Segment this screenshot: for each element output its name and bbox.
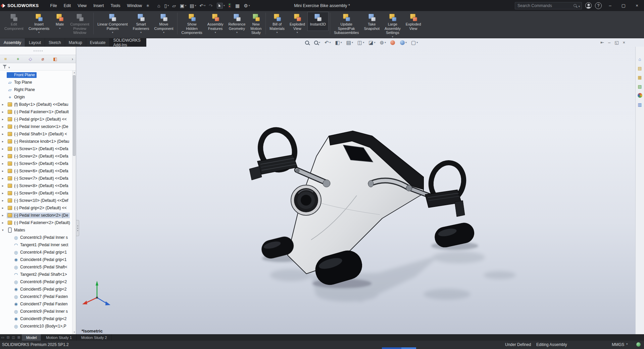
tree-item[interactable]: Coincident4 (Pedal grip<1 [0,256,76,263]
ribbon-separator[interactable] [93,13,94,34]
tree-item[interactable]: ▸ (-) Screw<6> (Default) <<Defa [0,167,76,175]
taskpane-home-icon[interactable]: ⌂ [637,56,643,62]
tree-expander-icon[interactable]: ▸ [2,155,7,158]
tree-item[interactable]: Concentric7 (Pedal Fasten [0,293,76,300]
assembly-features[interactable]: Assembly Features ▾ [205,12,226,35]
previous-view-icon[interactable]: ↶ ▾ [324,39,332,46]
tree-item[interactable]: ▸ (-) Pedal Inner section<1> (De [0,123,76,130]
tab-evaluate[interactable]: Evaluate [86,38,110,47]
scroll-down-icon[interactable]: ▾ [72,330,76,334]
tree-item[interactable]: Coincident9 (Pedal grip<2 [0,315,76,322]
home-icon[interactable]: ⌂ [156,3,162,9]
tab-sketch[interactable]: Sketch [45,38,65,47]
propertymanager-tab-icon[interactable]: + [15,56,21,62]
undo-icon[interactable]: ↶ ▾ [198,3,206,9]
minimize-document-icon[interactable]: – [608,40,610,45]
displaymanager-tab-icon[interactable]: ◧ [52,56,58,62]
new-document-icon[interactable]: ▯ ▾ [163,3,170,9]
tree-expander-icon[interactable]: ▸ [2,132,7,136]
scrollbar-thumb[interactable] [73,75,76,156]
dimxpertmanager-tab-icon[interactable]: ⌀ [40,56,46,62]
tree-expander-icon[interactable]: ▾ [2,228,7,232]
zoom-area-icon[interactable]: ▾ [313,40,321,45]
large-assembly-settings[interactable]: Large Assembly Settings ▾ [382,12,403,39]
ribbon-separator[interactable] [265,13,266,34]
restore-document-icon[interactable]: ◱ [614,40,618,45]
tree-item[interactable]: Concentric10 (Body<1>,P [0,322,76,330]
tree-item[interactable]: Concentric3 (Pedal Inner s [0,234,76,241]
search-dropdown-icon[interactable] [578,3,580,9]
tree-item[interactable]: Concentric4 (Pedal grip<1 [0,249,76,256]
tree-item[interactable]: ▸ (-) Screw<8> (Default) <<Defa [0,182,76,189]
viewport-split-horizontal-icon[interactable]: ⊟ [6,334,10,341]
tree-item[interactable]: Front Plane [0,71,76,79]
close-window-icon[interactable]: × [632,1,642,10]
scroll-up-icon[interactable]: ▴ [72,71,76,75]
user-account-icon[interactable] [585,2,592,9]
search-input[interactable] [517,3,572,8]
annotation-views-icon[interactable]: ▤ ▾ [346,39,354,46]
tree-item[interactable]: Coincident7 (Pedal Fasten [0,300,76,308]
update-speedpak-subassemblies[interactable]: Update SpeedPak Subassemblies [332,12,361,39]
tree-scrollbar[interactable]: ▴ ▾ [72,71,76,334]
custom-properties-icon[interactable]: ▥ [637,101,643,107]
tree-item[interactable]: ▸ (-) Screw<5> (Default) <<Defa [0,160,76,167]
tab-assembly[interactable]: Assembly [0,38,25,47]
tree-item[interactable]: ▸ (-) Resistance knob<1> (Defau [0,138,76,145]
dock-pane-icon[interactable]: ⇤ [600,40,604,45]
units-dropdown-icon[interactable]: ▾ [626,342,628,346]
resource-monitor-icon[interactable] [636,342,641,347]
view-orientation-icon[interactable]: ◫ ▾ [357,39,365,46]
tree-item[interactable]: ▸ (-) Pedal Shaft<1> (Default) < [0,130,76,138]
tree-item[interactable]: Top Plane [0,79,76,86]
menu-tools[interactable]: Tools [107,2,123,9]
tree-item[interactable]: Right Plane [0,86,76,93]
rebuild-icon[interactable] [227,2,233,9]
edit-component[interactable]: Edit Component [2,12,26,35]
tree-item[interactable]: ▸ (-) Pedal grip<2> (Default) << [0,204,76,212]
tree-expander-icon[interactable]: ▸ [2,147,7,150]
tree-item[interactable]: ▸ (-) Screw<1> (Default) <<Defa [0,145,76,152]
viewport-quad-icon[interactable]: ⊞ [16,334,21,341]
file-properties-icon[interactable]: ▦ [234,3,241,9]
tree-item[interactable]: ▸ (-) Screw<9> (Default) <<Defa [0,189,76,197]
3d-model-scene[interactable] [76,38,644,334]
display-style-icon[interactable]: ◪ ▾ [368,39,376,46]
tree-item[interactable]: ▸ (-) Pedal Fastener<1> (Default [0,108,76,116]
units-selector[interactable]: MMGS [612,342,624,347]
smart-fasteners[interactable]: Smart Fasteners ▾ [131,12,152,35]
help-icon[interactable]: ? [595,2,602,9]
viewport-single-icon[interactable]: ▭ [0,334,5,341]
menu-file[interactable]: File [47,2,60,9]
zoom-fit-icon[interactable] [304,40,310,45]
tree-expander-icon[interactable]: ▸ [2,118,7,121]
file-explorer-icon[interactable]: ▦ [637,74,643,80]
tree-item[interactable]: ▸ (-) Pedal Fastener<2> (Default) [0,219,76,226]
resistance-knob[interactable] [291,185,321,215]
open-document-icon[interactable]: ▱ [171,3,178,9]
tree-item[interactable]: ▾ Mates [0,226,76,234]
search-icon[interactable] [574,4,577,7]
filter-dropdown-icon[interactable] [8,64,10,70]
tree-item[interactable]: Concentric6 (Pedal grip<2 [0,278,76,286]
featuremanager-tab-icon[interactable]: ≡ [3,56,8,62]
graphics-viewport[interactable]: ▾ ↶ ▾ ◧ ▾ ▤ ▾ ◫ ▾ ◪ ▾ [76,38,644,334]
component-preview-window[interactable]: Component Preview Window [68,12,92,39]
tree-item[interactable]: ▸ (-) Screw<7> (Default) <<Defa [0,175,76,182]
configurationmanager-tab-icon[interactable]: ◇ [28,56,33,62]
tree-expander-icon[interactable]: ▸ [2,221,7,224]
design-library-icon[interactable]: ▤ [637,65,643,71]
tab-motion-study-2[interactable]: Motion Study 2 [77,334,112,341]
hide-show-items-icon[interactable]: ⊚ ▾ [379,39,387,46]
tree-expander-icon[interactable]: ▸ [2,199,7,202]
instant3d[interactable]: Instant3D [308,12,328,31]
pin-menu-icon[interactable]: ∗ [146,3,150,8]
tree-item[interactable]: ▸ (-) Screw<2> (Default) <<Defa [0,152,76,160]
minimize-window-icon[interactable]: – [605,1,615,10]
tree-expander-icon[interactable]: ▸ [2,162,7,165]
tab-markup[interactable]: Markup [65,38,86,47]
show-hidden-components[interactable]: Show Hidden Components [179,12,204,39]
maximize-window-icon[interactable]: ▢ [618,1,629,10]
panel-splitter-grip[interactable] [76,220,79,236]
tree-item[interactable]: Tangent2 (Pedal Shaft<1> [0,271,76,278]
